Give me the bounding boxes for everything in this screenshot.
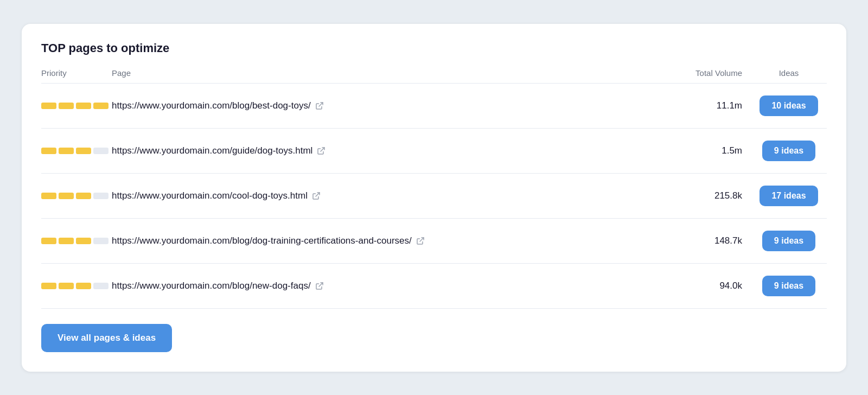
volume-1: 11.1m [664,100,751,111]
priority-bar-filled [76,148,91,154]
priority-bar-empty [93,148,108,154]
ideas-col-5: 9 ideas [751,276,827,296]
external-link-icon[interactable] [416,237,425,245]
priority-bars-2 [41,148,112,154]
external-link-icon[interactable] [317,146,326,155]
ideas-badge-5[interactable]: 9 ideas [762,276,815,296]
priority-bar-empty [93,238,108,244]
priority-bar-filled [41,193,56,199]
url-text: https://www.yourdomain.com/blog/new-dog-… [112,281,311,291]
table-row: https://www.yourdomain.com/cool-dog-toys… [41,174,827,219]
table-body: https://www.yourdomain.com/blog/best-dog… [41,84,827,309]
priority-bars-5 [41,283,112,289]
priority-bar-filled [59,103,74,109]
header-ideas: Ideas [751,68,827,78]
volume-5: 94.0k [664,281,751,291]
header-priority: Priority [41,68,112,78]
volume-3: 215.8k [664,190,751,201]
url-text: https://www.yourdomain.com/guide/dog-toy… [112,145,312,156]
ideas-col-4: 9 ideas [751,231,827,251]
priority-bar-filled [76,283,91,289]
external-link-icon[interactable] [312,192,321,200]
external-link-icon[interactable] [315,101,324,110]
header-page: Page [112,68,664,78]
ideas-badge-4[interactable]: 9 ideas [762,231,815,251]
view-all-button[interactable]: View all pages & ideas [41,324,172,352]
page-url-4[interactable]: https://www.yourdomain.com/blog/dog-trai… [112,235,664,246]
page-url-3[interactable]: https://www.yourdomain.com/cool-dog-toys… [112,190,664,201]
priority-bar-empty [93,283,108,289]
url-text: https://www.yourdomain.com/blog/best-dog… [112,100,311,111]
priority-bar-filled [93,103,108,109]
priority-bar-filled [41,103,56,109]
priority-bar-filled [41,238,56,244]
priority-bar-filled [59,283,74,289]
external-link-icon[interactable] [315,282,324,290]
table-row: https://www.yourdomain.com/blog/dog-trai… [41,219,827,264]
priority-bar-filled [41,283,56,289]
ideas-badge-1[interactable]: 10 ideas [760,95,818,116]
priority-bar-filled [59,238,74,244]
ideas-col-3: 17 ideas [751,186,827,206]
priority-bar-filled [41,148,56,154]
priority-bar-empty [93,193,108,199]
table-row: https://www.yourdomain.com/blog/best-dog… [41,84,827,129]
table-header: Priority Page Total Volume Ideas [41,68,827,84]
volume-4: 148.7k [664,235,751,246]
header-total-volume: Total Volume [664,68,751,78]
priority-bar-filled [76,193,91,199]
ideas-badge-2[interactable]: 9 ideas [762,141,815,161]
card-title: TOP pages to optimize [41,41,827,55]
page-url-1[interactable]: https://www.yourdomain.com/blog/best-dog… [112,100,664,111]
priority-bars-1 [41,103,112,109]
ideas-badge-3[interactable]: 17 ideas [760,186,818,206]
ideas-col-2: 9 ideas [751,141,827,161]
page-url-5[interactable]: https://www.yourdomain.com/blog/new-dog-… [112,281,664,291]
priority-bars-3 [41,193,112,199]
priority-bar-filled [59,148,74,154]
table-row: https://www.yourdomain.com/blog/new-dog-… [41,264,827,309]
url-text: https://www.yourdomain.com/cool-dog-toys… [112,190,308,201]
ideas-col-1: 10 ideas [751,95,827,116]
top-pages-card: TOP pages to optimize Priority Page Tota… [22,24,846,372]
table-row: https://www.yourdomain.com/guide/dog-toy… [41,129,827,174]
priority-bars-4 [41,238,112,244]
priority-bar-filled [59,193,74,199]
url-text: https://www.yourdomain.com/blog/dog-trai… [112,235,412,246]
page-url-2[interactable]: https://www.yourdomain.com/guide/dog-toy… [112,145,664,156]
volume-2: 1.5m [664,145,751,156]
priority-bar-filled [76,103,91,109]
priority-bar-filled [76,238,91,244]
